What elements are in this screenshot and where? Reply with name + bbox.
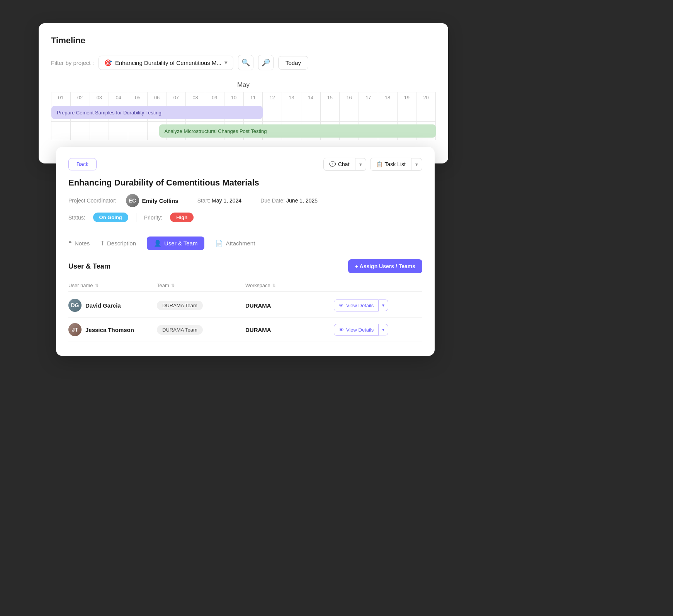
chat-action: 💬 Chat ▾	[323, 158, 366, 171]
priority-badge: High	[170, 213, 194, 222]
workspace-cell-david: DURAMA	[245, 302, 334, 309]
status-badge: On Going	[93, 213, 128, 222]
project-title: Enhancing Durability of Cementitious Mat…	[68, 178, 422, 188]
status-divider	[136, 213, 136, 222]
date-09: 09	[205, 92, 224, 103]
detail-header: Back 💬 Chat ▾ 📋 Task List ▾	[68, 158, 422, 171]
user-cell-jessica: JT Jessica Thomson	[68, 323, 157, 336]
user-team-icon: 👤	[154, 240, 161, 247]
user-team-title: User & Team	[68, 262, 110, 271]
timeline-card: Timeline Filter by project : 🎯 Enhancing…	[39, 23, 448, 163]
tabs-divider	[68, 230, 422, 230]
team-badge-david: DURAMA Team	[157, 301, 203, 310]
tab-user-team[interactable]: 👤 User & Team	[147, 237, 204, 250]
action-cell-jessica: 👁 View Details ▾	[334, 324, 422, 336]
tabs-row: ❝ Notes T Description 👤 User & Team 📄 At…	[68, 237, 422, 250]
detail-card: Back 💬 Chat ▾ 📋 Task List ▾ Enhancing Du…	[56, 147, 435, 356]
user-cell-david: DG David Garcia	[68, 299, 157, 312]
user-team-section-header: User & Team + Assign Users / Teams	[68, 259, 422, 273]
back-button[interactable]: Back	[68, 158, 97, 170]
today-button[interactable]: Today	[278, 56, 308, 70]
th-team: Team ⇅	[157, 282, 245, 288]
chat-icon: 💬	[329, 161, 336, 167]
view-details-button-david[interactable]: 👁 View Details	[334, 299, 379, 311]
view-details-chevron-jessica[interactable]: ▾	[379, 324, 388, 335]
meta-divider-1	[188, 196, 188, 205]
status-row: Status: On Going Priority: High	[68, 213, 422, 222]
workspace-cell-jessica: DURAMA	[245, 327, 334, 333]
header-actions: 💬 Chat ▾ 📋 Task List ▾	[323, 158, 422, 171]
sort-workspace-icon[interactable]: ⇅	[272, 283, 276, 288]
attachment-icon: 📄	[215, 240, 223, 247]
chevron-down-icon: ▾	[224, 59, 228, 66]
date-14: 14	[301, 92, 321, 103]
tasklist-chevron-button[interactable]: ▾	[411, 158, 422, 171]
view-details-chevron-david[interactable]: ▾	[379, 299, 388, 311]
table-row: JT Jessica Thomson DURAMA Team DURAMA 👁 …	[68, 318, 422, 342]
zoom-out-icon: 🔎	[262, 58, 270, 67]
timeline-dates: 01 02 03 04 05 06 07 08 09 10 11 12 13 1…	[51, 92, 436, 103]
filter-label: Filter by project :	[51, 60, 94, 66]
avatar-david: DG	[68, 299, 82, 312]
date-11: 11	[244, 92, 263, 103]
date-15: 15	[321, 92, 340, 103]
coordinator-name: Emily Collins	[142, 197, 178, 204]
gantt-row-1: Prepare Cement Samples for Durability Te…	[51, 103, 436, 122]
date-08: 08	[186, 92, 205, 103]
timeline-title: Timeline	[51, 36, 436, 46]
project-icon: 🎯	[104, 59, 112, 66]
eye-icon-david: 👁	[339, 303, 344, 308]
date-20: 20	[416, 92, 436, 103]
project-filter-dropdown[interactable]: 🎯 Enhancing Durability of Cementitious M…	[99, 56, 233, 70]
timeline-month: May	[51, 81, 436, 89]
tab-description[interactable]: T Description	[100, 238, 136, 249]
team-cell-david: DURAMA Team	[157, 302, 245, 309]
coordinator-avatar: EC	[126, 194, 139, 207]
filter-row: Filter by project : 🎯 Enhancing Durabili…	[51, 55, 436, 70]
gantt-bar-1[interactable]: Prepare Cement Samples for Durability Te…	[51, 106, 263, 119]
date-16: 16	[340, 92, 359, 103]
team-cell-jessica: DURAMA Team	[157, 326, 245, 333]
date-17: 17	[359, 92, 378, 103]
tasklist-button[interactable]: 📋 Task List	[370, 158, 411, 171]
team-badge-jessica: DURAMA Team	[157, 325, 203, 335]
avatar-jessica: JT	[68, 323, 82, 336]
date-13: 13	[282, 92, 301, 103]
coordinator-info: EC Emily Collins	[126, 194, 178, 207]
th-workspace: Workspace ⇅	[245, 282, 334, 288]
action-cell-david: 👁 View Details ▾	[334, 299, 422, 311]
gantt-bar-2[interactable]: Analyze Microstructural Changes Post Tes…	[159, 124, 436, 138]
table-row: DG David Garcia DURAMA Team DURAMA 👁 Vie…	[68, 293, 422, 318]
date-12: 12	[263, 92, 282, 103]
table-header: User name ⇅ Team ⇅ Workspace ⇅	[68, 279, 422, 292]
tasklist-icon: 📋	[376, 161, 382, 167]
date-04: 04	[109, 92, 128, 103]
sort-team-icon[interactable]: ⇅	[171, 283, 175, 288]
project-name: Enhancing Durability of Cementitious M..…	[115, 60, 221, 66]
view-details-button-jessica[interactable]: 👁 View Details	[334, 324, 379, 336]
th-username: User name ⇅	[68, 282, 157, 288]
date-10: 10	[224, 92, 244, 103]
meta-divider-2	[251, 196, 251, 205]
tab-attachment[interactable]: 📄 Attachment	[215, 237, 255, 249]
zoom-in-button[interactable]: 🔍	[238, 55, 253, 70]
date-02: 02	[71, 92, 90, 103]
date-19: 19	[398, 92, 417, 103]
zoom-out-button[interactable]: 🔎	[258, 55, 274, 70]
tab-notes[interactable]: ❝ Notes	[68, 237, 90, 249]
project-meta: Project Coordinator: EC Emily Collins St…	[68, 194, 422, 207]
chat-button[interactable]: 💬 Chat	[323, 158, 355, 171]
date-05: 05	[128, 92, 148, 103]
assign-users-teams-button[interactable]: + Assign Users / Teams	[348, 259, 422, 273]
date-07: 07	[167, 92, 186, 103]
notes-icon: ❝	[68, 240, 72, 247]
chat-chevron-button[interactable]: ▾	[355, 158, 366, 171]
sort-username-icon[interactable]: ⇅	[95, 283, 99, 288]
date-03: 03	[90, 92, 109, 103]
due-date: Due Date: June 1, 2025	[260, 197, 318, 204]
status-label: Status:	[68, 214, 85, 221]
description-icon: T	[100, 240, 104, 247]
date-01: 01	[51, 92, 71, 103]
zoom-in-icon: 🔍	[241, 58, 250, 67]
tasklist-action: 📋 Task List ▾	[370, 158, 422, 171]
